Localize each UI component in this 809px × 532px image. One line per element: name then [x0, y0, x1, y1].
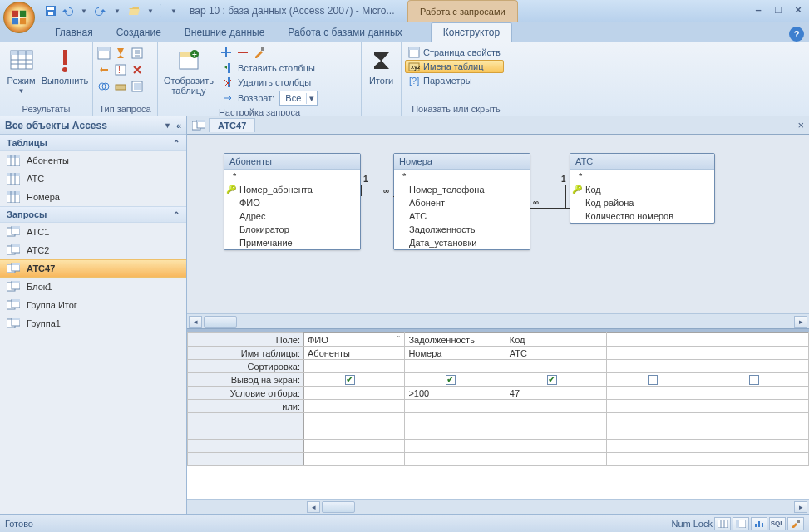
query-icon — [192, 120, 205, 131]
svg-rect-3 — [20, 18, 26, 24]
svg-rect-65 — [12, 318, 20, 320]
status-bar: Готово Num Lock SQL — [0, 514, 809, 532]
table-box-ats[interactable]: АТС * Код Код района Количество номеров — [570, 153, 715, 224]
office-button[interactable] — [3, 2, 35, 33]
query-type-icons[interactable]: ! — [96, 46, 145, 94]
tab-create[interactable]: Создание — [105, 23, 173, 42]
save-icon[interactable] — [43, 3, 58, 18]
svg-text:+: + — [192, 50, 197, 59]
svg-rect-62 — [12, 299, 20, 302]
view-button[interactable]: Режим ▼ — [3, 46, 39, 95]
view-sql-button[interactable]: SQL — [769, 517, 786, 530]
svg-rect-8 — [11, 51, 32, 55]
insert-rows-icon[interactable] — [220, 46, 234, 61]
svg-rect-56 — [12, 263, 20, 265]
tab-external[interactable]: Внешние данные — [173, 23, 277, 42]
nav-query-item[interactable]: Группа Итог — [0, 296, 186, 314]
svg-rect-73 — [736, 520, 739, 528]
numlock-indicator: Num Lock — [671, 519, 713, 529]
qbe-grid[interactable]: Поле: ФИО˅ Задолженность Код Имя таблицы… — [187, 332, 809, 499]
svg-rect-50 — [12, 226, 20, 229]
view-design-button[interactable] — [787, 517, 804, 530]
show-checkbox[interactable] — [345, 375, 355, 385]
tab-design[interactable]: Конструктор — [431, 22, 512, 42]
ribbon-tabs: Главная Создание Внешние данные Работа с… — [0, 22, 809, 42]
nav-query-item[interactable]: АТС1 — [0, 223, 186, 241]
open-icon[interactable] — [126, 3, 141, 18]
document-tab-bar: АТС47 × — [187, 116, 809, 135]
insert-columns-button[interactable]: Вставить столбцы — [220, 62, 321, 75]
doc-close-button[interactable]: × — [797, 119, 804, 131]
help-button[interactable]: ? — [789, 27, 804, 42]
show-table-button[interactable]: + Отобразить таблицу — [161, 46, 216, 96]
svg-rect-6 — [48, 12, 53, 15]
parameters-button[interactable]: [?]Параметры — [405, 74, 504, 87]
tab-home[interactable]: Главная — [43, 23, 105, 42]
nav-group-queries[interactable]: Запросы⌃ — [0, 206, 186, 223]
nav-header[interactable]: Все объекты Access▼« — [0, 116, 186, 135]
totals-button[interactable]: Итоги — [365, 46, 397, 86]
close-button[interactable]: × — [791, 2, 806, 17]
svg-rect-74 — [755, 524, 757, 527]
property-sheet-button[interactable]: Страница свойств — [405, 46, 504, 59]
minimize-button[interactable]: – — [751, 2, 766, 17]
table-box-nomera[interactable]: Номера * Номер_телефона Абонент АТС Задо… — [393, 153, 530, 250]
show-checkbox[interactable] — [648, 375, 658, 385]
canvas-hscroll[interactable]: ◂▸ — [187, 313, 809, 328]
svg-rect-28 — [261, 47, 264, 51]
svg-rect-37 — [7, 155, 20, 158]
view-chart-button[interactable] — [751, 517, 767, 530]
svg-rect-29 — [228, 63, 230, 73]
relation-line — [530, 208, 570, 209]
svg-rect-1 — [20, 11, 26, 17]
undo-icon[interactable] — [60, 3, 75, 18]
svg-rect-16 — [98, 47, 110, 51]
svg-rect-2 — [12, 18, 18, 24]
show-checkbox[interactable] — [547, 375, 557, 385]
svg-rect-77 — [797, 520, 800, 523]
show-checkbox[interactable] — [446, 375, 456, 385]
table-box-abonenty[interactable]: Абоненты * Номер_абонента ФИО Адрес Блок… — [224, 153, 361, 250]
nav-query-item-selected[interactable]: АТС47 — [0, 259, 186, 278]
nav-table-item[interactable]: Номера — [0, 188, 186, 206]
svg-rect-69 — [718, 520, 728, 528]
table-names-button[interactable]: xyzИмена таблиц — [405, 60, 504, 73]
navigation-pane: Все объекты Access▼« Таблицы⌃ Абоненты А… — [0, 116, 187, 514]
status-text: Готово — [5, 519, 33, 529]
nav-query-item[interactable]: АТС2 — [0, 241, 186, 259]
document-tab[interactable]: АТС47 — [209, 118, 255, 132]
svg-rect-18 — [116, 65, 126, 75]
contextual-tab-group: Работа с запросами — [407, 0, 518, 22]
svg-rect-5 — [47, 7, 54, 10]
svg-rect-32 — [409, 47, 419, 50]
svg-rect-45 — [7, 191, 20, 195]
svg-rect-68 — [197, 120, 205, 122]
view-datasheet-button[interactable] — [714, 517, 731, 530]
nav-query-item[interactable]: Группа1 — [0, 314, 186, 332]
svg-rect-22 — [116, 85, 126, 90]
window-title: вар 10 : база данных (Access 2007) - Mic… — [190, 5, 395, 17]
quick-access-toolbar: ▼ ▼ ▼ ▼ — [43, 3, 181, 18]
nav-query-item[interactable]: Блок1 — [0, 278, 186, 296]
svg-rect-76 — [762, 523, 763, 527]
maximize-button[interactable]: □ — [771, 2, 786, 17]
nav-group-tables[interactable]: Таблицы⌃ — [0, 135, 186, 151]
builder-icon[interactable] — [253, 46, 268, 61]
run-button[interactable]: Выполнить — [41, 46, 89, 86]
tab-dbtools[interactable]: Работа с базами данных — [276, 23, 413, 42]
delete-rows-icon[interactable] — [236, 46, 251, 61]
delete-columns-button[interactable]: Удалить столбцы — [220, 76, 321, 89]
view-pivot-button[interactable] — [733, 517, 749, 530]
relation-line — [361, 185, 394, 185]
redo-icon[interactable] — [93, 3, 108, 18]
nav-table-item[interactable]: АТС — [0, 170, 186, 188]
return-combo[interactable]: Возврат: Все▾ — [220, 90, 321, 106]
svg-text:[?]: [?] — [409, 76, 419, 86]
grid-hscroll[interactable]: ◂▸ — [187, 499, 809, 514]
svg-point-14 — [62, 67, 67, 72]
nav-table-item[interactable]: Абоненты — [0, 151, 186, 170]
svg-text:xyz: xyz — [411, 63, 420, 71]
query-design-canvas[interactable]: Абоненты * Номер_абонента ФИО Адрес Блок… — [187, 135, 809, 313]
show-checkbox[interactable] — [749, 375, 759, 385]
svg-rect-41 — [7, 173, 20, 176]
